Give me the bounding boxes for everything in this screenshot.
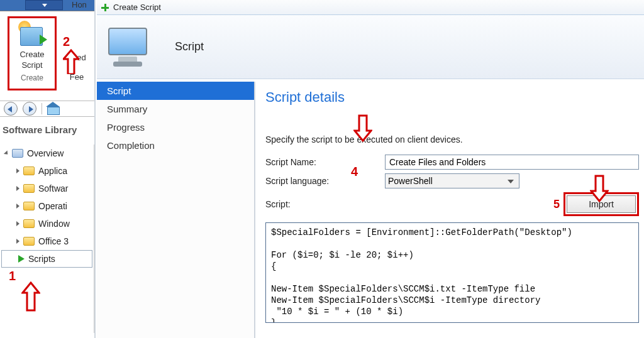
tree-item-office[interactable]: Office 3 [0, 232, 94, 250]
tree-item-software[interactable]: Softwar [0, 180, 94, 197]
callout-5: 5 [553, 198, 560, 211]
nav-toolbar [0, 101, 94, 117]
callout-4: 4 [351, 165, 358, 179]
ribbon-tab-home[interactable]: Hon [68, 0, 91, 11]
plus-icon [101, 3, 109, 12]
wizard-step-progress[interactable]: Progress [97, 118, 254, 136]
wizard-titlebar: Create Script [97, 0, 644, 15]
details-instruction: Specify the script to be executed on cli… [265, 134, 639, 144]
arrow-annotation-2 [63, 49, 79, 77]
workspace-title: Software Library [3, 124, 77, 135]
create-script-button[interactable]: Create Script Create [8, 16, 57, 90]
nav-tree: Overview Applica Softwar Operati Window … [0, 144, 94, 333]
wizard-details-panel: Script details Specify the script to be … [258, 82, 644, 338]
create-script-label-2: Script [9, 60, 55, 70]
wizard-step-script[interactable]: Script [97, 82, 254, 100]
details-heading: Script details [265, 89, 639, 106]
script-name-input[interactable] [385, 155, 639, 170]
script-body-label: Script: [265, 199, 385, 209]
wizard-step-heading: Script [175, 40, 204, 53]
folder-icon [23, 202, 35, 210]
arrow-annotation-3 [353, 114, 372, 144]
caret-icon [16, 239, 19, 244]
ribbon-group-category: Create [9, 74, 55, 82]
tree-item-windows[interactable]: Window [0, 215, 94, 232]
tree-label: Softwar [38, 183, 68, 194]
wizard-nav: Script Summary Progress Completion [97, 82, 254, 338]
script-name-label: Script Name: [265, 157, 385, 167]
folder-icon [23, 237, 35, 246]
tree-label: Applica [38, 166, 67, 176]
wizard-banner: Script [97, 15, 644, 79]
wizard-title: Create Script [113, 3, 161, 12]
overview-icon [12, 149, 23, 158]
tree-label: Overview [27, 148, 64, 158]
tree-item-scripts[interactable]: Scripts [1, 250, 92, 268]
ribbon-menu-button[interactable] [25, 0, 63, 10]
tree-label: Operati [38, 201, 67, 211]
callout-2: 2 [63, 35, 70, 49]
nav-home-icon[interactable] [47, 104, 58, 114]
script-language-select[interactable]: PowerShell [385, 173, 519, 188]
script-language-label: Script language: [265, 176, 385, 186]
wizard-step-summary[interactable]: Summary [97, 100, 254, 118]
caret-icon [16, 204, 19, 209]
folder-icon [23, 184, 35, 193]
script-body-textarea[interactable]: $SpecialFolders = [Environment]::GetFold… [265, 222, 639, 323]
arrow-annotation-1 [21, 281, 40, 315]
create-script-icon [17, 21, 47, 48]
caret-icon [16, 168, 19, 173]
tree-item-applications[interactable]: Applica [0, 162, 94, 180]
monitor-icon [106, 26, 153, 68]
caret-icon [16, 186, 19, 191]
tree-root-overview[interactable]: Overview [0, 144, 94, 162]
tree-item-operating[interactable]: Operati [0, 197, 94, 215]
caret-icon [16, 221, 19, 226]
folder-icon [23, 219, 35, 228]
folder-icon [23, 166, 35, 175]
wizard-step-completion[interactable]: Completion [97, 136, 254, 155]
tree-label: Scripts [28, 254, 55, 264]
caret-icon [4, 150, 9, 156]
create-script-label-1: Create [9, 50, 55, 59]
play-icon [18, 255, 25, 263]
nav-forward-button[interactable] [23, 102, 36, 116]
tree-label: Window [38, 219, 70, 229]
script-language-value: PowerShell [388, 176, 433, 186]
arrow-annotation-import [590, 175, 609, 205]
tree-label: Office 3 [38, 236, 69, 246]
nav-back-button[interactable] [4, 102, 18, 116]
callout-1: 1 [9, 269, 16, 283]
